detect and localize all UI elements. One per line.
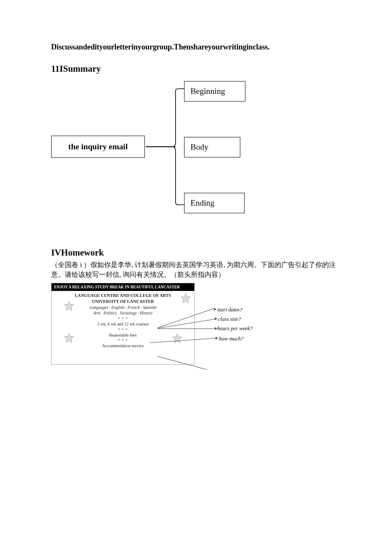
query-class-size: class size? xyxy=(218,316,241,323)
diagram-main-box: the inquiry email xyxy=(51,136,145,158)
star-icon xyxy=(172,333,183,344)
arrow-head-icon xyxy=(214,308,216,311)
ad-languages: Languages · English · French · Spanish xyxy=(54,305,192,311)
advertisement-wrapper: ENJOY A RELAXING STUDY BREAK IN BEAUTIFU… xyxy=(51,283,256,368)
advertisement-box: ENJOY A RELAXING STUDY BREAK IN BEAUTIFU… xyxy=(51,283,195,365)
ad-header: ENJOY A RELAXING STUDY BREAK IN BEAUTIFU… xyxy=(52,283,194,291)
diagram-bracket xyxy=(176,89,184,205)
ad-divider-3: * * * xyxy=(54,338,192,343)
diagram-connector xyxy=(146,146,176,147)
ad-arts: Arts · Politics · Sociology · History xyxy=(54,310,192,316)
ad-fees: Reasonable fees xyxy=(54,332,192,338)
star-icon xyxy=(63,332,75,343)
inquiry-email-diagram: the inquiry email Beginning Body Ending xyxy=(51,81,230,222)
arrow-head-icon xyxy=(216,337,218,340)
ad-divider-1: * * * xyxy=(54,316,192,321)
arrow-line xyxy=(158,328,217,329)
diagram-ending-box: Ending xyxy=(184,193,245,213)
query-start-dates: start dates? xyxy=(217,307,242,313)
star-icon xyxy=(63,300,75,311)
instruction-line: Discussandedityourletterinyourgroup.Then… xyxy=(51,43,341,52)
diagram-body-box: Body xyxy=(184,137,240,157)
star-icon xyxy=(180,293,191,304)
query-hours-per-week: hours per week? xyxy=(217,325,253,332)
diagram-beginning-box: Beginning xyxy=(184,81,245,102)
homework-heading: IVHomework xyxy=(51,247,341,258)
summary-heading: 11ISummary xyxy=(51,64,341,74)
ad-institution-line1: LANGUAGE CENTRE AND COLLEGE OF ARTS xyxy=(54,293,192,299)
ad-institution-line2: UNIVERSITY OF LANCASTER xyxy=(54,299,192,305)
ad-accommodation: Accommodation service xyxy=(54,343,192,349)
arrow-head-icon xyxy=(215,317,217,320)
homework-prompt-text: （全国卷 i ）假如你是李华, 计划暑假期间去英国学习英语, 为期六周。下面的广… xyxy=(51,260,341,279)
query-how-much: how much? xyxy=(219,336,243,342)
ad-divider-2: * * * xyxy=(54,327,192,332)
